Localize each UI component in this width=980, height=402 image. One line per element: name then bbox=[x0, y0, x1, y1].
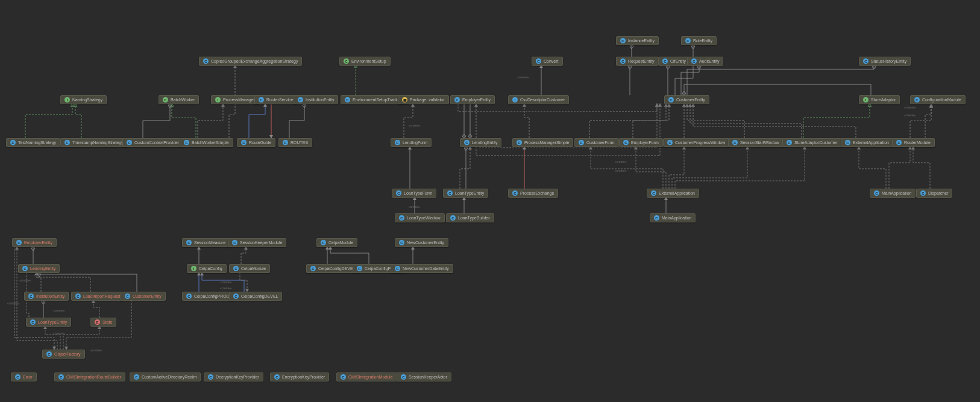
diagram-node-n12[interactable]: IProcessManager bbox=[211, 95, 259, 104]
diagram-node-n46[interactable]: CMainApplication bbox=[650, 213, 696, 222]
diagram-node-n19[interactable]: CCustomerEntity bbox=[664, 95, 709, 104]
diagram-node-n3[interactable]: CInstanceEntity bbox=[616, 36, 659, 45]
diagram-node-n52[interactable]: CLendingEntity bbox=[18, 264, 60, 273]
edge-stereotype-label: «create» bbox=[220, 286, 231, 290]
diagram-node-n18[interactable]: ICsvDescriptorCustomer bbox=[508, 95, 569, 104]
node-label: RouteGuide bbox=[249, 140, 271, 145]
diagram-node-n5[interactable]: CConvert bbox=[532, 57, 563, 66]
diagram-node-n34[interactable]: CSessionStartWindow bbox=[728, 138, 784, 147]
node-label: CustomerEntity bbox=[133, 294, 162, 298]
node-label: LoadImportRequest bbox=[83, 294, 120, 298]
edge-stereotype-label: «create» bbox=[615, 160, 626, 163]
node-label: CMISIntegrationModule bbox=[348, 375, 393, 379]
diagram-node-n37[interactable]: CRouterModule bbox=[892, 138, 935, 147]
diagram-node-n68[interactable]: CCustomActiveDirectoryRealm bbox=[130, 372, 201, 382]
node-label: ObjectFactory bbox=[54, 352, 81, 356]
diagram-node-n23[interactable]: CTimestampNamingStrategy bbox=[60, 138, 128, 147]
diagram-node-n58[interactable]: CInstitutionEntity bbox=[24, 292, 69, 301]
diagram-node-n21[interactable]: CConfigurationModule bbox=[910, 95, 966, 104]
diagram-node-n51[interactable]: CNewCustomerEntity bbox=[395, 238, 448, 247]
node-label: LoanTypeForm bbox=[404, 191, 432, 195]
diagram-node-n39[interactable]: CLoanTypeEntity bbox=[443, 189, 488, 198]
diagram-node-n1[interactable]: CCopiedGroupedExchangeAggregationStrateg… bbox=[199, 57, 302, 66]
diagram-node-n72[interactable]: CSessionKeeperActor bbox=[397, 372, 451, 382]
diagram-node-n49[interactable]: CSessionKeeperModule bbox=[228, 238, 286, 247]
diagram-node-n20[interactable]: IStoreAdaptor bbox=[859, 95, 900, 104]
diagram-node-n67[interactable]: CCMISIntegrationRouteBuilder bbox=[54, 372, 125, 382]
diagram-node-n14[interactable]: CInstitutionEntity bbox=[294, 95, 338, 104]
diagram-node-n59[interactable]: CLoadImportRequest bbox=[71, 292, 124, 301]
diagram-node-n32[interactable]: CEmployerForm bbox=[619, 138, 663, 147]
diagram-node-n47[interactable]: CEmployerEntity bbox=[12, 238, 57, 247]
diagram-node-n27[interactable]: CROUTES bbox=[278, 138, 312, 147]
diagram-node-n9[interactable]: CStatusHistoryEntity bbox=[859, 57, 911, 66]
diagram-node-n62[interactable]: CCeipaConfigDEVEL bbox=[229, 292, 282, 301]
diagram-node-n30[interactable]: CProcessManagerSimple bbox=[512, 138, 573, 147]
node-label: ROUTES bbox=[291, 140, 308, 145]
node-type-icon: C bbox=[691, 58, 697, 64]
diagram-node-n45[interactable]: CLoanTypeBuilder bbox=[446, 213, 494, 222]
node-label: ProcessManagerSimple bbox=[524, 140, 569, 145]
diagram-node-n64[interactable]: EState bbox=[90, 318, 116, 327]
node-type-icon: C bbox=[620, 58, 626, 64]
diagram-node-n50[interactable]: CCeipaModule bbox=[316, 238, 357, 247]
diagram-node-n43[interactable]: CDispatcher bbox=[916, 189, 952, 198]
node-type-icon: C bbox=[732, 140, 738, 145]
diagram-node-n41[interactable]: CExternalApplication bbox=[647, 189, 699, 198]
node-type-icon: C bbox=[186, 240, 192, 245]
diagram-node-n11[interactable]: CBatchWorker bbox=[159, 95, 199, 104]
diagram-node-n36[interactable]: CExternalApplication bbox=[841, 138, 893, 147]
diagram-node-n54[interactable]: CCeipaModule bbox=[229, 264, 270, 273]
diagram-node-n4[interactable]: CRoleEntity bbox=[681, 36, 717, 45]
diagram-node-n44[interactable]: CLoanTypeWindow bbox=[395, 213, 445, 222]
diagram-node-n26[interactable]: CRouteGuide bbox=[237, 138, 275, 147]
diagram-node-n60[interactable]: CCustomerEntity bbox=[121, 292, 166, 301]
diagram-node-n35[interactable]: CStoreAdaptorCustomer bbox=[782, 138, 842, 147]
node-type-icon: C bbox=[454, 97, 460, 102]
node-type-icon: C bbox=[667, 140, 673, 145]
diagram-node-n71[interactable]: CCMISIntegrationModule bbox=[336, 372, 397, 382]
node-type-icon: C bbox=[58, 374, 64, 380]
diagram-node-n69[interactable]: CDecryptionKeyProvider bbox=[204, 372, 263, 382]
diagram-node-n29[interactable]: CLendingEntity bbox=[460, 138, 501, 147]
diagram-node-n33[interactable]: CCustomerProgressWindow bbox=[663, 138, 729, 147]
diagram-node-n42[interactable]: CMainApplication bbox=[870, 189, 916, 198]
node-label: CeipaConfigDEVEL bbox=[241, 294, 278, 298]
node-type-icon: C bbox=[22, 266, 28, 271]
node-label: MainApplication bbox=[882, 191, 911, 195]
node-label: SessionMeasure bbox=[194, 240, 225, 245]
diagram-node-n2[interactable]: CEnvironmentSetup bbox=[339, 57, 391, 66]
diagram-node-n7[interactable]: CCifEntity bbox=[658, 57, 690, 66]
diagram-node-n16[interactable]: ▦Package: validator bbox=[398, 95, 449, 104]
diagram-node-n38[interactable]: CLoanTypeForm bbox=[392, 189, 436, 198]
diagram-node-n70[interactable]: CEncryptionKeyProvider bbox=[270, 372, 329, 382]
edge-stereotype-label: «create» bbox=[409, 124, 420, 127]
node-label: StatusHistoryEntity bbox=[871, 59, 906, 63]
diagram-node-n66[interactable]: CError bbox=[11, 372, 37, 382]
diagram-node-n40[interactable]: CProcessExchange bbox=[508, 189, 558, 198]
edge-stereotype-label: «create» bbox=[90, 348, 102, 352]
diagram-node-n61[interactable]: CCeipaConfigPROD bbox=[182, 292, 234, 301]
diagram-node-n55[interactable]: CCeipaConfigDEVEL bbox=[306, 264, 359, 273]
diagram-node-n31[interactable]: CCustomerForm bbox=[574, 138, 619, 147]
node-label: SessionKeeperActor bbox=[409, 375, 447, 379]
diagram-node-n57[interactable]: CNewCustomerDataEntity bbox=[391, 264, 453, 273]
diagram-node-n65[interactable]: CObjectFactory bbox=[42, 350, 85, 359]
diagram-node-n13[interactable]: CRouterService bbox=[254, 95, 297, 104]
node-type-icon: C bbox=[401, 374, 406, 380]
diagram-node-n8[interactable]: CAuditEntity bbox=[687, 57, 723, 66]
diagram-node-n17[interactable]: CEmployerEntity bbox=[450, 95, 495, 104]
diagram-node-n24[interactable]: CCustomContextProvider bbox=[122, 138, 183, 147]
diagram-node-n53[interactable]: ICeipaConfig bbox=[187, 264, 227, 273]
diagram-node-n22[interactable]: CTestNamingStrategy bbox=[6, 138, 60, 147]
diagram-node-n6[interactable]: CRequestEntity bbox=[616, 57, 659, 66]
node-label: State bbox=[102, 320, 112, 324]
diagram-node-n63[interactable]: CLoanTypeEntity bbox=[26, 318, 71, 327]
diagram-node-n28[interactable]: CLendingForm bbox=[391, 138, 432, 147]
node-type-icon: C bbox=[30, 319, 36, 325]
diagram-node-n10[interactable]: INamingStrategy bbox=[60, 95, 107, 104]
node-type-icon: C bbox=[16, 240, 22, 245]
diagram-node-n25[interactable]: CBatchWorkerSimple bbox=[180, 138, 233, 147]
node-type-icon: ▦ bbox=[402, 97, 407, 102]
diagram-node-n48[interactable]: CSessionMeasure bbox=[182, 238, 230, 247]
